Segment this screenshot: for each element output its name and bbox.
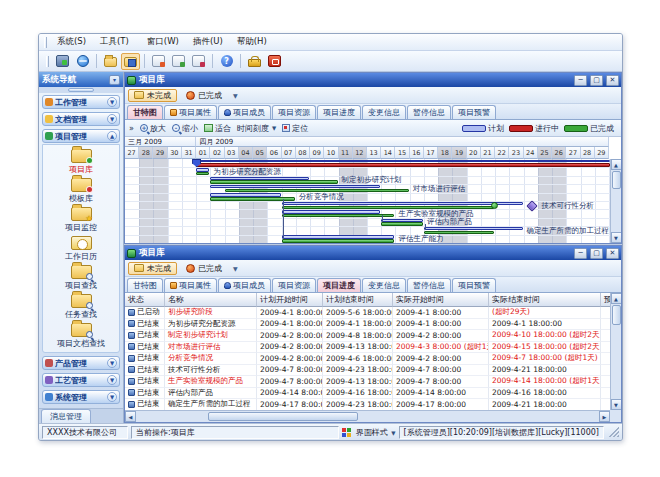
- resize-grip[interactable]: [609, 427, 619, 437]
- gantt-tab-项目资源[interactable]: 项目资源: [272, 105, 316, 119]
- scroll-up-icon[interactable]: ▲: [611, 293, 622, 304]
- table-tab-项目预警[interactable]: 项目预警: [452, 278, 496, 292]
- sidebar-section-工艺管理[interactable]: 工艺管理▼: [42, 373, 120, 387]
- mail-del-button[interactable]: [189, 53, 208, 70]
- menu-帮助[interactable]: 帮助(H): [230, 34, 274, 48]
- sidebar-item-模板库[interactable]: 模板库: [69, 178, 93, 204]
- table-horizontal-scrollbar[interactable]: ◀ ▶: [125, 410, 610, 422]
- table-tab-变更信息[interactable]: 变更信息: [362, 278, 406, 292]
- toolbar-grip[interactable]: [46, 56, 49, 67]
- gantt-bar-plan[interactable]: [282, 202, 523, 205]
- zoom-out-button[interactable]: -缩小: [172, 123, 198, 134]
- gantt-tab-暂停信息[interactable]: 暂停信息: [407, 105, 451, 119]
- gantt-tab-项目属性[interactable]: 项目属性: [164, 105, 217, 119]
- exit-button[interactable]: [265, 53, 284, 70]
- sidebar-section-工作管理[interactable]: 工作管理▼: [42, 95, 120, 109]
- gantt-bar-completed[interactable]: [381, 222, 423, 225]
- table-vertical-scrollbar[interactable]: ▲ ▼: [610, 293, 621, 410]
- sidebar-item-项目库[interactable]: 项目库: [69, 149, 93, 175]
- scroll-right-icon[interactable]: ▶: [599, 411, 610, 422]
- locate-button[interactable]: 定位: [282, 123, 308, 134]
- table-row[interactable]: 已结束确定生产所需的加工过程2009-4-17 8:00:002009-4-23…: [125, 399, 610, 410]
- gantt-chart[interactable]: 三月 2009四月 200927282930310102030405060708…: [125, 137, 621, 243]
- gantt-bar-plan[interactable]: [196, 160, 610, 163]
- internet-button[interactable]: [73, 53, 92, 70]
- sidebar-section-文档管理[interactable]: 文档管理▼: [42, 112, 120, 126]
- sidebar-item-项目查找[interactable]: 项目查找: [65, 265, 97, 291]
- close-button[interactable]: ✕: [606, 248, 619, 259]
- column-header-实际开始时间[interactable]: 实际开始时间: [393, 293, 489, 307]
- tab-message-management[interactable]: 消息管理: [41, 409, 91, 423]
- menubar-grip[interactable]: [44, 37, 47, 48]
- scroll-down-icon[interactable]: ▼: [611, 399, 622, 410]
- scroll-left-icon[interactable]: ◀: [125, 411, 136, 422]
- gantt-bar-completed[interactable]: [210, 180, 337, 183]
- column-header-名称[interactable]: 名称: [165, 293, 257, 307]
- menu-系统[interactable]: 系统(S): [50, 34, 93, 48]
- gantt-bar-completed[interactable]: [282, 214, 395, 217]
- gantt-bar-completed[interactable]: [282, 239, 395, 242]
- chevron-down-icon[interactable]: ▼: [107, 358, 117, 368]
- gantt-tab-未完成[interactable]: 未完成: [128, 89, 177, 102]
- table-row[interactable]: 已结束生产实验室规模的产品2009-4-7 8:00:002009-4-13 1…: [125, 376, 610, 388]
- table-row[interactable]: 已结束为初步研究分配资源2009-4-1 8:00:002009-4-1 18:…: [125, 319, 610, 331]
- table-row[interactable]: 已结束技术可行性分析2009-4-7 8:00:002009-4-23 18:0…: [125, 365, 610, 377]
- gantt-window-titlebar[interactable]: 项目库 ─ ▢ ✕: [125, 73, 621, 87]
- table-tab-已完成[interactable]: 已完成: [180, 262, 228, 275]
- table-row[interactable]: 已启动初步研究阶段2009-4-1 8:00:002009-5-6 18:00:…: [125, 307, 610, 319]
- chevron-up-icon[interactable]: ▲: [107, 131, 117, 141]
- scroll-up-icon[interactable]: ▲: [611, 159, 622, 170]
- table-row[interactable]: 已结束制定初步研究计划2009-4-2 8:00:002009-4-8 18:0…: [125, 330, 610, 342]
- table-tab-项目资源[interactable]: 项目资源: [272, 278, 316, 292]
- scrollbar-thumb[interactable]: [208, 412, 358, 421]
- gantt-bar-plan[interactable]: [424, 227, 523, 230]
- mail-open-button[interactable]: [169, 53, 188, 70]
- table-tab-甘特图[interactable]: 甘特图: [127, 278, 163, 292]
- chevron-down-icon[interactable]: ▼: [107, 97, 117, 107]
- scrollbar-thumb[interactable]: [612, 171, 621, 189]
- column-header-状态[interactable]: 状态: [125, 293, 165, 307]
- interface-style-dropdown[interactable]: 界面样式 ▼: [356, 427, 396, 438]
- minimize-button[interactable]: ─: [574, 75, 587, 86]
- tab-overflow-button[interactable]: ▼: [233, 265, 238, 272]
- maximize-button[interactable]: ▢: [590, 75, 603, 86]
- toolbar-more-button[interactable]: »: [129, 124, 134, 133]
- zoom-in-button[interactable]: +放大: [140, 123, 166, 134]
- column-header-预警[interactable]: 预警: [601, 293, 610, 307]
- tab-overflow-button[interactable]: ▼: [233, 92, 238, 99]
- table-window-titlebar[interactable]: 项目库 ─ ▢ ✕: [125, 246, 621, 260]
- gantt-bar-inprogress[interactable]: [196, 163, 610, 167]
- gantt-bar-plan[interactable]: [210, 185, 380, 188]
- help-button[interactable]: ?: [217, 53, 236, 70]
- minimize-button[interactable]: ─: [574, 248, 587, 259]
- gantt-vertical-scrollbar[interactable]: ▲▼: [610, 159, 621, 243]
- sidebar-item-任务查找[interactable]: 任务查找: [65, 294, 97, 320]
- workspace-button[interactable]: [53, 53, 72, 70]
- lock-button[interactable]: [245, 53, 264, 70]
- table-tab-项目进度[interactable]: 项目进度: [317, 278, 361, 292]
- table-tab-未完成[interactable]: 未完成: [128, 262, 177, 275]
- table-row[interactable]: 已结束对市场进行评估2009-4-2 8:00:002009-4-13 18:0…: [125, 342, 610, 354]
- scrollbar-thumb[interactable]: [612, 305, 621, 325]
- gantt-tab-项目预警[interactable]: 项目预警: [452, 105, 496, 119]
- mail-new-button[interactable]: [149, 53, 168, 70]
- column-header-计划结束时间[interactable]: 计划结束时间: [323, 293, 393, 307]
- chevron-down-icon[interactable]: ▼: [107, 375, 117, 385]
- menu-工具[interactable]: 工具(T): [93, 34, 136, 48]
- menu-窗口[interactable]: 窗口(W): [140, 34, 186, 48]
- gantt-tab-变更信息[interactable]: 变更信息: [362, 105, 406, 119]
- menu-插件[interactable]: 插件(U): [186, 34, 230, 48]
- sidebar-item-工作日历[interactable]: 工作日历: [65, 236, 97, 262]
- timescale-dropdown[interactable]: 时间刻度▼: [237, 123, 276, 134]
- chevron-down-icon[interactable]: ▼: [107, 114, 117, 124]
- scroll-down-icon[interactable]: ▼: [611, 232, 622, 243]
- sidebar-collapse-button[interactable]: ▾: [109, 75, 120, 85]
- sidebar-item-项目监控[interactable]: ★项目监控: [65, 207, 97, 233]
- sidebar-section-产品管理[interactable]: 产品管理▼: [42, 356, 120, 370]
- sidebar-section-项目管理[interactable]: 项目管理▲: [42, 129, 120, 143]
- gantt-tab-甘特图[interactable]: 甘特图: [127, 105, 163, 119]
- sidebar-section-系统管理[interactable]: 系统管理▼: [42, 390, 120, 404]
- table-row[interactable]: 已结束分析竞争情况2009-4-2 8:00:002009-4-6 18:00:…: [125, 353, 610, 365]
- folder-button[interactable]: [101, 53, 120, 70]
- table-tab-项目成员[interactable]: 项目成员: [218, 278, 271, 292]
